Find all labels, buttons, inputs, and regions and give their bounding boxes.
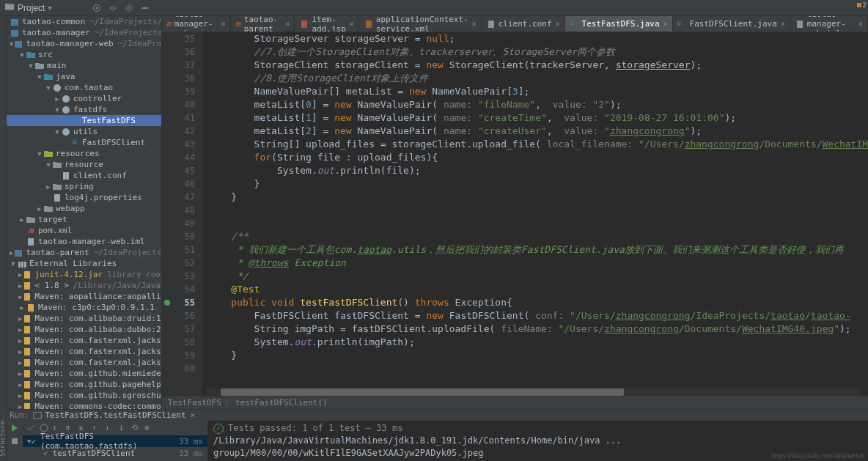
run-header: Run: TestFastDFS.testFastDFSClient × [7, 410, 868, 421]
tree-item[interactable]: ▶Maven: com.fasterxml.jackson.core: [7, 357, 161, 368]
tree-item[interactable]: ▶Maven: com.github.pagehelper:page [7, 379, 161, 390]
editor-tabs: mtaotao-manager-web×mtaotao-parent×item-… [162, 16, 868, 32]
run-config-name[interactable]: TestFastDFS.testFastDFSClient [45, 410, 186, 420]
tree-item[interactable]: ▼taotao-manager-web~/IdeaProjects/t [7, 38, 161, 49]
svg-rect-21 [28, 304, 34, 311]
check-icon: ✓ [213, 424, 224, 434]
svg-point-10 [62, 128, 70, 136]
editor-tab[interactable]: applicationContext-service.xml× [359, 16, 482, 32]
tree-item[interactable]: ©TestFastDFS [7, 115, 161, 126]
tree-item[interactable]: ▶Maven: aopalliance:aopalliance:1.0 [7, 291, 161, 302]
breadcrumb-class[interactable]: TestFastDFS [168, 398, 221, 407]
svg-point-1 [95, 7, 98, 9]
tree-item[interactable]: ▼com.taotao [7, 82, 161, 93]
rerun-icon[interactable] [9, 422, 21, 434]
editor-tab[interactable]: mtaotao-parent× [231, 16, 295, 32]
svg-rect-5 [11, 30, 18, 37]
tree-item[interactable]: ▶taotao-parent~/IdeaProjects/taotao/ta [7, 247, 161, 258]
breadcrumb-method[interactable]: testFastDFSClient() [235, 398, 328, 407]
svg-rect-29 [24, 392, 30, 399]
tree-item[interactable]: ▼resource [7, 159, 161, 170]
tree-item[interactable]: taotao-manager~/IdeaProjects/taotao/t [7, 27, 161, 38]
tree-item[interactable]: ▼java [7, 71, 161, 82]
scrollbar-thumb[interactable] [221, 388, 624, 396]
tree-scroll[interactable]: taotao-common~/IdeaProjects/taotao/ttaot… [7, 16, 161, 409]
svg-point-38 [40, 424, 48, 432]
run-label: Run: [10, 410, 29, 420]
tree-item[interactable]: client.conf [7, 170, 161, 181]
editor-tab[interactable]: taotao-manager-web.iml× [790, 16, 868, 32]
editor-tab[interactable]: client.conf× [482, 16, 565, 32]
svg-rect-15 [18, 262, 21, 268]
tree-item[interactable]: ©FastDFSClient [7, 137, 161, 148]
horizontal-scrollbar[interactable] [206, 388, 861, 396]
editor-tab[interactable]: mtaotao-manager-web× [162, 16, 231, 32]
tree-item[interactable]: ▶< 1.8 >/Library/Java/JavaVirtualMac [7, 280, 161, 291]
tree-item[interactable]: log4j.properties [7, 192, 161, 203]
tree-item[interactable]: ▶Maven: c3p0:c3p0:0.9.1.1 [7, 302, 161, 313]
close-tab-icon[interactable]: × [472, 20, 477, 28]
svg-point-2 [128, 7, 130, 10]
tree-item[interactable]: ▶junit-4.12.jarlibrary root [7, 269, 161, 280]
svg-rect-17 [24, 262, 26, 268]
close-tab-icon[interactable]: × [663, 20, 668, 28]
svg-rect-6 [15, 41, 22, 48]
tree-item[interactable]: ▼resources [7, 148, 161, 159]
tool-window-bar[interactable]: Structure 1: Project [0, 16, 7, 461]
close-icon[interactable]: × [191, 410, 196, 420]
close-tab-icon[interactable]: × [285, 20, 290, 28]
target-icon[interactable] [91, 2, 103, 14]
tree-item[interactable]: mpom.xml [7, 225, 161, 236]
tree-item[interactable]: ▶Maven: com.github.sgroschupf:zkcl [7, 390, 161, 401]
notification-badge[interactable]: 2 [857, 1, 867, 9]
tree-item[interactable]: ▼fastdfs [7, 104, 161, 115]
tree-item[interactable]: ▶webapp [7, 203, 161, 214]
svg-rect-18 [24, 271, 30, 279]
editor-tab[interactable]: item-add.jsp× [295, 16, 358, 32]
tree-item[interactable]: ▶target [7, 214, 161, 225]
tree-item[interactable]: ▶controller [7, 93, 161, 104]
tree-item[interactable]: ▶Maven: com.github.miemiedev:myba [7, 368, 161, 379]
close-tab-icon[interactable]: × [221, 20, 226, 28]
run-output[interactable]: ✓ Tests passed: 1 of 1 test – 33 ms /Lib… [207, 421, 868, 461]
svg-rect-3 [141, 7, 148, 9]
tree-item[interactable]: ▶Maven: commons-codec:commons- [7, 401, 161, 409]
project-label[interactable]: Project [18, 3, 45, 13]
svg-point-9 [62, 106, 70, 114]
close-tab-icon[interactable]: × [781, 20, 785, 28]
tree-item[interactable]: ▶Maven: com.fasterxml.jackson.core: [7, 346, 161, 357]
show-passed-icon[interactable] [26, 423, 36, 433]
chevron-down-icon[interactable]: ▼ [48, 4, 51, 12]
tree-item[interactable]: ▶Maven: com.fasterxml.jackson.core: [7, 335, 161, 346]
svg-rect-19 [24, 282, 30, 289]
tree-item[interactable]: ▶spring [7, 181, 161, 192]
tree-item[interactable]: taotao-common~/IdeaProjects/taotao/t [7, 16, 161, 27]
svg-point-7 [54, 84, 61, 92]
svg-rect-22 [24, 315, 30, 322]
editor-tab[interactable]: ©TestFastDFS.java× [565, 16, 673, 32]
project-icon [4, 1, 15, 14]
tree-item[interactable]: ▼utils [7, 126, 161, 137]
tests-passed-row: ✓ Tests passed: 1 of 1 test – 33 ms [213, 422, 862, 435]
gear-icon[interactable] [123, 2, 135, 14]
close-tab-icon[interactable]: × [350, 20, 354, 28]
code-area[interactable]: StorageServer storageServer = null; //7.… [202, 32, 868, 396]
stop-icon[interactable] [9, 435, 21, 447]
tree-item[interactable]: ▶Maven: com.alibaba:druid:1.0.9 [7, 313, 161, 324]
tree-item[interactable]: ▼src [7, 49, 161, 60]
tree-item[interactable]: ▼External Libraries [7, 258, 161, 269]
close-tab-icon[interactable]: × [556, 20, 560, 28]
svg-rect-13 [28, 238, 34, 246]
close-tab-icon[interactable]: × [858, 20, 863, 28]
editor-tab[interactable]: ©FastDFSClient.java× [673, 16, 790, 32]
tree-item[interactable]: ▶Maven: com.alibaba:dubbo:2.5.3 [7, 324, 161, 335]
expand-icon[interactable] [107, 2, 119, 14]
test-root-row[interactable]: ▼ ✔ TestFastDFS (com.taotao.fastdfs) 33 … [23, 435, 207, 447]
tree-item[interactable]: taotao-manager-web.iml [7, 236, 161, 247]
svg-rect-4 [11, 19, 18, 26]
structure-tab[interactable]: Structure [0, 16, 6, 461]
gutter: 3536373839404142434445464748495051525354… [162, 32, 202, 396]
tree-item[interactable]: ▼main [7, 60, 161, 71]
editor-body: 3536373839404142434445464748495051525354… [162, 32, 868, 396]
hide-icon[interactable] [139, 2, 151, 14]
